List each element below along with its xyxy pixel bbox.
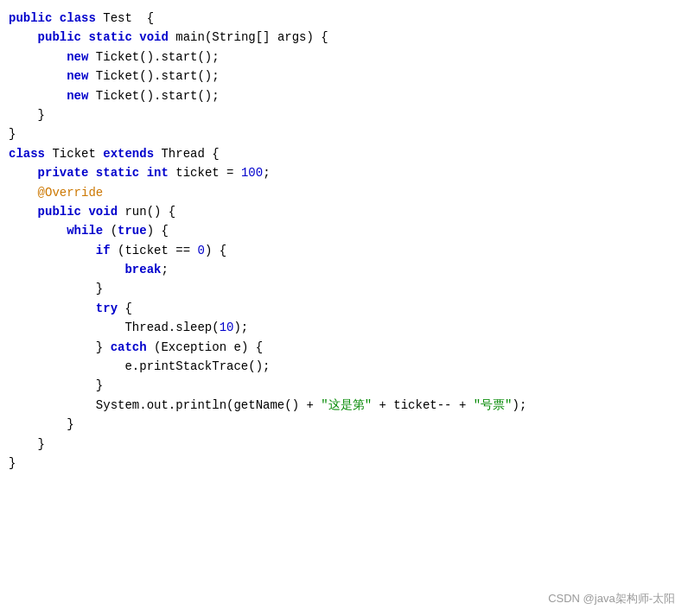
code-line-16: try { <box>0 299 688 318</box>
code-line-3: new Ticket().start(); <box>0 48 688 67</box>
code-line-5: new Ticket().start(); <box>0 86 688 105</box>
watermark-text: CSDN @java架构师-太阳 <box>548 590 675 607</box>
code-line-24: } <box>0 454 688 473</box>
code-line-6: } <box>0 105 688 124</box>
code-line-17: Thread.sleep(10); <box>0 318 688 337</box>
code-line-4: new Ticket().start(); <box>0 67 688 86</box>
code-line-21: System.out.println(getName() + "这是第" + t… <box>0 396 688 415</box>
code-line-9: private static int ticket = 100; <box>0 163 688 182</box>
code-line-12: while (true) { <box>0 221 688 240</box>
code-line-19: e.printStackTrace(); <box>0 357 688 376</box>
code-container: public class Test { public static void m… <box>0 0 688 616</box>
code-line-1: public class Test { <box>0 9 688 28</box>
code-line-8: class Ticket extends Thread { <box>0 144 688 163</box>
code-line-14: break; <box>0 260 688 279</box>
code-line-20: } <box>0 376 688 395</box>
code-line-13: if (ticket == 0) { <box>0 241 688 260</box>
code-line-23: } <box>0 435 688 454</box>
code-line-7: } <box>0 124 688 143</box>
code-line-22: } <box>0 415 688 434</box>
code-line-2: public static void main(String[] args) { <box>0 28 688 47</box>
code-line-10: @Override <box>0 183 688 202</box>
code-line-11: public void run() { <box>0 202 688 221</box>
code-line-15: } <box>0 279 688 298</box>
code-line-18: } catch (Exception e) { <box>0 338 688 357</box>
